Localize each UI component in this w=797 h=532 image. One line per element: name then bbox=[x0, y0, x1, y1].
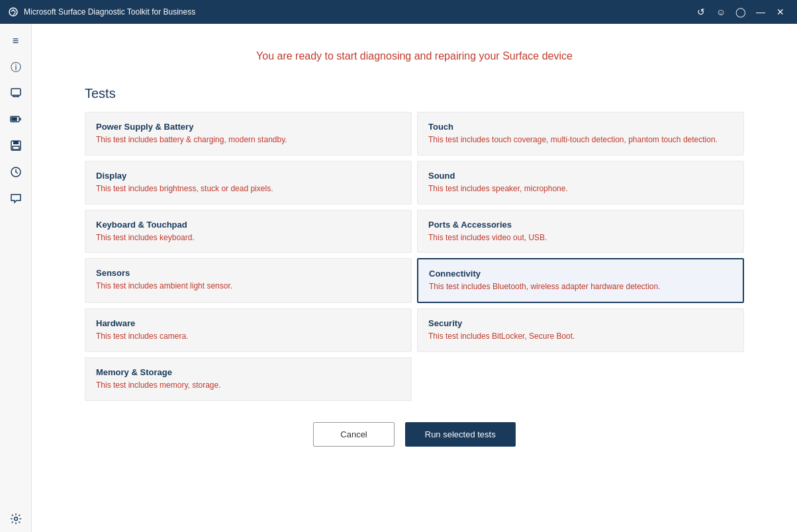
close-button[interactable]: ✕ bbox=[772, 3, 789, 21]
test-desc-sound: This test includes speaker, microphone. bbox=[428, 183, 733, 195]
test-desc-touch: This test includes touch coverage, multi… bbox=[428, 134, 733, 146]
test-card-memory[interactable]: Memory & Storage This test includes memo… bbox=[85, 357, 412, 401]
feedback-button[interactable]: ☺ bbox=[712, 3, 729, 21]
minimize-button[interactable]: — bbox=[752, 3, 769, 21]
refresh-button[interactable]: ↺ bbox=[692, 3, 710, 21]
test-desc-ports: This test includes video out, USB. bbox=[428, 232, 733, 244]
test-card-touch[interactable]: Touch This test includes touch coverage,… bbox=[417, 112, 744, 155]
history-icon bbox=[10, 166, 22, 181]
section-title: Tests bbox=[85, 86, 744, 101]
test-title-keyboard: Keyboard & Touchpad bbox=[96, 220, 400, 230]
test-title-connectivity: Connectivity bbox=[429, 269, 732, 279]
sidebar-item-info[interactable]: ⓘ bbox=[4, 56, 28, 79]
test-desc-sensors: This test includes ambient light sensor. bbox=[96, 281, 400, 292]
svg-point-14 bbox=[14, 517, 17, 521]
save-icon bbox=[10, 140, 22, 154]
sidebar-item-chat[interactable] bbox=[4, 188, 28, 212]
sidebar-item-menu[interactable]: ≡ bbox=[4, 29, 28, 53]
test-desc-connectivity: This test includes Bluetooth, wireless a… bbox=[429, 281, 732, 292]
app-title: Microsoft Surface Diagnostic Toolkit for… bbox=[24, 7, 692, 17]
page-subtitle: You are ready to start diagnosing and re… bbox=[85, 50, 744, 62]
sidebar-item-history[interactable] bbox=[4, 161, 28, 185]
test-desc-keyboard: This test includes keyboard. bbox=[96, 232, 400, 244]
test-card-connectivity[interactable]: Connectivity This test includes Bluetoot… bbox=[417, 258, 744, 303]
test-card-power-supply[interactable]: Power Supply & Battery This test include… bbox=[85, 112, 412, 155]
bottom-actions: Cancel Run selected tests bbox=[85, 422, 744, 447]
test-desc-power-supply: This test includes battery & charging, m… bbox=[96, 134, 400, 146]
empty-cell bbox=[417, 357, 744, 401]
menu-icon: ≡ bbox=[13, 35, 19, 47]
cancel-button[interactable]: Cancel bbox=[313, 422, 394, 447]
test-title-power-supply: Power Supply & Battery bbox=[96, 122, 400, 132]
account-button[interactable]: ◯ bbox=[732, 3, 749, 21]
test-desc-memory: This test includes memory, storage. bbox=[96, 380, 400, 391]
svg-point-1 bbox=[13, 9, 14, 11]
test-card-ports[interactable]: Ports & Accessories This test includes v… bbox=[417, 210, 744, 253]
test-title-display: Display bbox=[96, 171, 400, 181]
run-tests-button[interactable]: Run selected tests bbox=[405, 422, 516, 447]
test-card-sensors[interactable]: Sensors This test includes ambient light… bbox=[85, 258, 412, 303]
test-title-ports: Ports & Accessories bbox=[428, 220, 733, 230]
test-title-hardware: Hardware bbox=[96, 318, 400, 328]
sidebar-item-device[interactable] bbox=[4, 82, 28, 106]
chat-icon bbox=[10, 193, 22, 207]
device-icon bbox=[10, 87, 22, 101]
test-card-security[interactable]: Security This test includes BitLocker, S… bbox=[417, 308, 744, 352]
sidebar-item-save[interactable] bbox=[4, 135, 28, 159]
app-icon bbox=[8, 7, 19, 17]
title-bar: Microsoft Surface Diagnostic Toolkit for… bbox=[0, 0, 797, 24]
sidebar-item-battery[interactable] bbox=[4, 109, 28, 132]
test-desc-security: This test includes BitLocker, Secure Boo… bbox=[428, 331, 733, 342]
app-body: ≡ ⓘ bbox=[0, 24, 797, 532]
test-card-keyboard[interactable]: Keyboard & Touchpad This test includes k… bbox=[85, 210, 412, 253]
test-card-hardware[interactable]: Hardware This test includes camera. bbox=[85, 308, 412, 352]
tests-grid: Power Supply & Battery This test include… bbox=[85, 112, 744, 401]
window-controls: ↺ ☺ ◯ — ✕ bbox=[692, 3, 789, 21]
battery-icon bbox=[10, 113, 22, 128]
sidebar-item-settings[interactable] bbox=[4, 508, 28, 532]
svg-rect-12 bbox=[13, 146, 19, 150]
test-title-touch: Touch bbox=[428, 122, 733, 132]
test-desc-display: This test includes brightness, stuck or … bbox=[96, 183, 400, 195]
test-title-sound: Sound bbox=[428, 171, 733, 181]
settings-icon bbox=[10, 513, 22, 527]
svg-rect-11 bbox=[13, 141, 19, 144]
test-card-display[interactable]: Display This test includes brightness, s… bbox=[85, 161, 412, 204]
test-title-security: Security bbox=[428, 318, 733, 328]
svg-rect-2 bbox=[11, 89, 21, 95]
main-content: You are ready to start diagnosing and re… bbox=[32, 24, 797, 532]
test-desc-hardware: This test includes camera. bbox=[96, 331, 400, 342]
test-title-sensors: Sensors bbox=[96, 268, 400, 278]
test-title-memory: Memory & Storage bbox=[96, 367, 400, 377]
sidebar: ≡ ⓘ bbox=[0, 24, 32, 532]
info-icon: ⓘ bbox=[11, 61, 21, 75]
test-card-sound[interactable]: Sound This test includes speaker, microp… bbox=[417, 161, 744, 204]
svg-rect-9 bbox=[12, 118, 17, 120]
